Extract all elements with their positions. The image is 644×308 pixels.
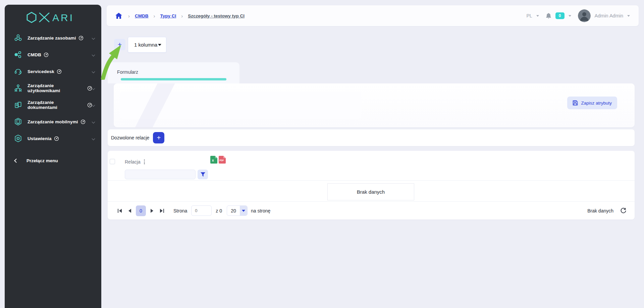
gauge-icon xyxy=(44,52,49,57)
notification-caret-icon[interactable] xyxy=(569,15,571,17)
chevron-left-icon xyxy=(14,159,18,163)
documents-icon xyxy=(13,101,22,110)
previous-page-button[interactable] xyxy=(126,207,133,215)
columns-select-value: 1 kolumna xyxy=(134,42,157,48)
allowed-relations-title: Dozwolone relacje xyxy=(111,135,149,140)
page-label: Strona xyxy=(173,208,187,213)
top-header: › CMDB › Typy CI › Szczegóły - testowy t… xyxy=(107,5,639,26)
gauge-icon xyxy=(54,136,59,141)
sidebar-menu: Zarządzanie zasobami CMDB xyxy=(5,29,101,147)
last-page-button[interactable] xyxy=(158,207,166,215)
breadcrumb: › CMDB › Typy CI › Szczegóły - testowy t… xyxy=(128,13,245,19)
chevron-down-icon xyxy=(92,53,95,56)
sidebar-item-zarzadzanie-mobilnymi[interactable]: Zarządzanie mobilnymi xyxy=(5,113,101,130)
sidebar-item-label: Zarządzanie zasobami xyxy=(28,36,76,41)
sidebar-item-label: Ustawienia xyxy=(28,136,52,141)
page-number-input[interactable] xyxy=(191,205,212,216)
avatar[interactable] xyxy=(578,9,591,22)
save-attributes-label: Zapisz atrybuty xyxy=(581,101,612,106)
no-data-message: Brak danych xyxy=(327,183,414,200)
chevron-down-icon xyxy=(92,36,95,40)
chevron-down-icon xyxy=(92,103,95,107)
page-size-value: 20 xyxy=(227,206,240,215)
collapse-menu-label: Przełącz menu xyxy=(26,158,58,163)
next-page-button[interactable] xyxy=(149,207,155,215)
language-selector[interactable]: PL xyxy=(526,13,532,18)
home-icon[interactable] xyxy=(115,13,122,19)
add-relation-button[interactable]: + xyxy=(153,132,164,143)
svg-text:PDF: PDF xyxy=(220,159,224,162)
language-caret-icon[interactable] xyxy=(536,15,539,17)
breadcrumb-cmdb[interactable]: CMDB xyxy=(135,13,149,18)
sidebar-item-ustawienia[interactable]: Ustawienia xyxy=(5,130,101,147)
breadcrumb-separator: › xyxy=(154,13,155,19)
sidebar-item-label: Servicedesk xyxy=(28,69,54,74)
breadcrumb-typy-ci[interactable]: Typy CI xyxy=(160,13,176,18)
export-excel-icon[interactable]: x xyxy=(210,156,217,164)
per-page-label: na stronę xyxy=(251,208,270,213)
sidebar-item-zarzadzanie-zasobami[interactable]: Zarządzanie zasobami xyxy=(5,29,101,46)
save-attributes-button[interactable]: Zapisz atrybuty xyxy=(567,97,617,109)
allowed-relations-bar: Dozwolone relacje + xyxy=(108,129,635,146)
pagination-bar: 0 Strona z 0 20 na stronę Brak danych xyxy=(108,202,635,220)
chevron-down-icon xyxy=(158,44,161,46)
page-count-label: z 0 xyxy=(216,208,222,213)
bell-icon[interactable] xyxy=(546,13,551,19)
cmdb-icon xyxy=(13,50,22,59)
tab-formularz-label: Formularz xyxy=(117,69,138,75)
header-right: PL 0 Admin Admin xyxy=(526,9,630,22)
sidebar-item-label: Zarządzanie mobilnymi xyxy=(28,119,78,124)
notification-count-badge[interactable]: 0 xyxy=(555,12,565,19)
breadcrumb-separator: › xyxy=(128,13,130,19)
pagination-empty-label: Brak danych xyxy=(587,208,613,213)
user-name: Admin Admin xyxy=(595,13,623,18)
sidebar: ARI Zarządzanie zasobami xyxy=(5,5,101,308)
svg-text:ARI: ARI xyxy=(52,12,74,23)
settings-icon xyxy=(13,134,22,143)
breadcrumb-separator: › xyxy=(181,13,183,19)
export-buttons: x PDF xyxy=(210,156,226,164)
gauge-icon xyxy=(78,36,84,41)
relations-table: Relacja x PDF Brak danych xyxy=(108,151,635,220)
breadcrumb-current: Szczegóły - testowy typ CI xyxy=(188,13,245,18)
column-menu-icon[interactable] xyxy=(142,159,147,165)
sidebar-item-cmdb[interactable]: CMDB xyxy=(5,46,101,63)
filter-button[interactable] xyxy=(198,170,208,179)
assets-icon xyxy=(13,34,22,43)
sidebar-item-label: Zarządzanie dokumentami xyxy=(28,100,85,110)
chevron-down-icon xyxy=(240,206,247,215)
svg-text:x: x xyxy=(212,159,214,162)
chevron-down-icon xyxy=(92,137,95,140)
add-column-button[interactable]: + xyxy=(114,39,125,50)
tab-formularz[interactable]: Formularz xyxy=(108,62,239,83)
chevron-down-icon xyxy=(92,70,95,73)
mobile-icon xyxy=(13,117,22,126)
refresh-button[interactable] xyxy=(620,207,627,214)
form-panel: Zapisz atrybuty xyxy=(114,83,635,127)
funnel-icon xyxy=(201,172,205,177)
save-icon xyxy=(573,100,578,106)
columns-select[interactable]: 1 kolumna xyxy=(128,37,166,53)
tab-active-indicator xyxy=(121,78,226,80)
collapse-menu-button[interactable]: Przełącz menu xyxy=(5,153,101,168)
select-all-checkbox[interactable] xyxy=(110,159,115,164)
sidebar-item-zarzadzanie-dokumentami[interactable]: Zarządzanie dokumentami xyxy=(5,97,101,113)
relacja-filter-input[interactable] xyxy=(125,170,196,179)
pagination-right: Brak danych xyxy=(587,207,627,214)
sidebar-item-label: CMDB xyxy=(28,52,41,57)
sidebar-item-label: Zarządzanie użytkownikami xyxy=(28,83,85,93)
gauge-icon xyxy=(57,69,62,74)
page-size-select[interactable]: 20 xyxy=(227,205,248,216)
oxari-logo: ARI xyxy=(5,5,101,27)
first-page-button[interactable] xyxy=(116,207,124,215)
sidebar-item-servicedesk[interactable]: Servicedesk xyxy=(5,63,101,80)
divider xyxy=(108,180,635,181)
sidebar-item-zarzadzanie-uzytkownikami[interactable]: Zarządzanie użytkownikami xyxy=(5,80,101,97)
servicedesk-icon xyxy=(13,67,22,76)
user-menu-caret-icon[interactable] xyxy=(627,15,630,17)
column-header-relacja: Relacja xyxy=(125,159,141,165)
users-icon xyxy=(13,84,22,93)
export-pdf-icon[interactable]: PDF xyxy=(219,156,226,164)
current-page-button[interactable]: 0 xyxy=(136,205,146,216)
chevron-down-icon xyxy=(92,120,95,123)
